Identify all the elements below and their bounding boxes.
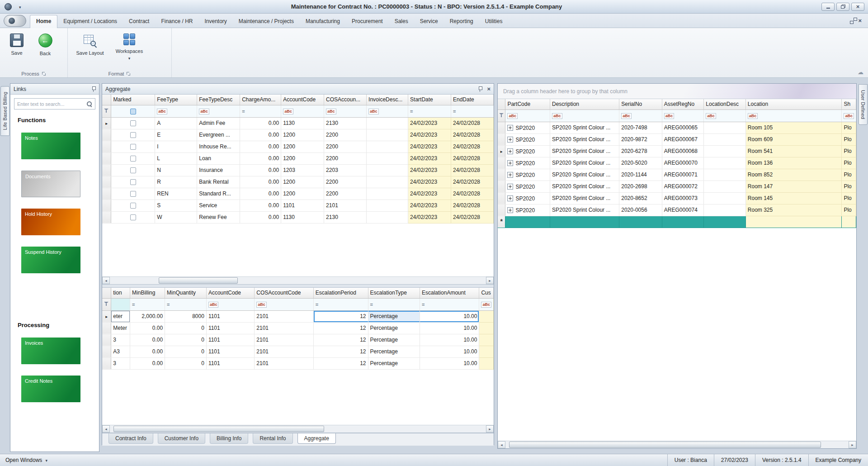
cell-cosaccountcode[interactable]: 2200 — [324, 188, 367, 200]
cell-description[interactable]: SP2020 Sprint Colour ... — [550, 169, 619, 181]
cell-feetype[interactable]: L — [155, 152, 197, 164]
cell-description[interactable]: SP2020 Sprint Colour ... — [550, 122, 619, 133]
cell-assetregno[interactable]: AREG000067 — [662, 133, 704, 145]
cell-location[interactable] — [745, 216, 842, 228]
scrollbar-track[interactable] — [505, 441, 849, 448]
cell-escalationtype[interactable]: Percentage — [368, 310, 420, 322]
cell-partcode[interactable]: SP2020 — [505, 122, 550, 133]
cell-shift[interactable]: Plo — [842, 133, 856, 145]
cell-minquantity[interactable]: 0 — [165, 357, 207, 369]
cell-serialno[interactable]: 2020-7498 — [619, 122, 662, 133]
cell-chargeamount[interactable]: 0.00 — [240, 117, 281, 129]
cell-enddate[interactable]: 24/02/2028 — [451, 188, 493, 200]
cell-location[interactable]: Room 541 — [745, 145, 842, 157]
cell-assetregno[interactable]: AREG000072 — [662, 181, 704, 192]
cell-marked[interactable] — [111, 141, 155, 152]
filter-minbilling[interactable]: = — [130, 298, 165, 310]
tab-life-based-billing[interactable]: Life Based Billing — [0, 86, 9, 136]
cell-invoicedesc[interactable] — [367, 200, 408, 211]
equipment-row[interactable]: SP2020 SP2020 Sprint Colour ... 2020-005… — [498, 204, 856, 216]
open-windows-button[interactable]: Open Windows — [0, 454, 53, 466]
filter-customer[interactable]: aBc — [479, 298, 494, 310]
cell-feetype[interactable]: E — [155, 129, 197, 141]
cell-accountcode[interactable]: 1101 — [281, 200, 324, 211]
maximize-button[interactable] — [836, 3, 849, 11]
cell-startdate[interactable]: 24/02/2023 — [408, 200, 451, 211]
cell-cosaccountcode[interactable]: 2101 — [255, 334, 314, 346]
cell-escalationperiod[interactable]: 12 — [313, 357, 368, 369]
cell-locationdesc[interactable] — [704, 169, 745, 181]
cell-feetype[interactable]: REN — [155, 188, 197, 200]
row-checkbox[interactable] — [130, 132, 136, 138]
ribbon-tab[interactable]: Reporting — [444, 15, 479, 28]
ribbon-tab[interactable]: Contract — [123, 15, 155, 28]
cell-shift[interactable]: Plo — [842, 122, 856, 133]
cell-partcode[interactable]: SP2020 — [505, 133, 550, 145]
fee-row[interactable]: R Bank Rental 0.00 1200 2200 24/02/2023 … — [102, 176, 494, 188]
cell-serialno[interactable] — [619, 216, 662, 228]
col-accountcode[interactable]: AccountCode — [206, 288, 254, 298]
cell-cosaccountcode[interactable]: 2130 — [324, 117, 367, 129]
cell-enddate[interactable]: 24/02/2028 — [451, 117, 493, 129]
cell-escalationamount[interactable]: 10.00 — [420, 334, 479, 346]
link-button[interactable]: Credit Notes — [21, 376, 80, 402]
cell-minquantity[interactable]: 0 — [165, 322, 207, 334]
cell-accountcode[interactable]: 1200 — [281, 152, 324, 164]
cell-shift[interactable]: Plo — [842, 192, 856, 204]
filter-accountcode[interactable]: aBc — [281, 105, 324, 117]
cell-minquantity[interactable]: 0 — [165, 346, 207, 357]
filter-invoicedesc[interactable]: aBc — [367, 105, 408, 117]
cell-minbilling[interactable]: 0.00 — [130, 334, 165, 346]
cell-invoicedesc[interactable] — [367, 164, 408, 176]
col-location[interactable]: Location — [745, 99, 842, 109]
cell-cosaccountcode[interactable]: 2101 — [255, 322, 314, 334]
ribbon-tab[interactable]: Service — [414, 15, 444, 28]
cell-cosaccountcode[interactable]: 2101 — [255, 357, 314, 369]
filter-accountcode[interactable]: aBc — [206, 298, 254, 310]
cell-feetypedesc[interactable]: Bank Rental — [197, 176, 240, 188]
cell-description[interactable]: A3 — [111, 346, 130, 357]
cell-customer[interactable] — [479, 322, 494, 334]
cell-location[interactable]: Room 609 — [745, 133, 842, 145]
cell-minquantity[interactable]: 0 — [165, 334, 207, 346]
cell-enddate[interactable]: 24/02/2028 — [451, 152, 493, 164]
cell-marked[interactable] — [111, 200, 155, 211]
cell-locationdesc[interactable] — [704, 192, 745, 204]
row-checkbox[interactable] — [130, 144, 136, 150]
cell-accountcode[interactable]: 1203 — [281, 164, 324, 176]
cell-chargeamount[interactable]: 0.00 — [240, 211, 281, 223]
cell-enddate[interactable]: 24/02/2028 — [451, 200, 493, 211]
cell-accountcode[interactable]: 1200 — [281, 129, 324, 141]
cell-serialno[interactable]: 2020-2698 — [619, 181, 662, 192]
cell-location[interactable]: Room 145 — [745, 192, 842, 204]
cell-location[interactable]: Room 105 — [745, 122, 842, 133]
cell-invoicedesc[interactable] — [367, 117, 408, 129]
row-checkbox[interactable] — [130, 214, 136, 220]
cell-feetypedesc[interactable]: Service — [197, 200, 240, 211]
cell-marked[interactable] — [111, 164, 155, 176]
cell-locationdesc[interactable] — [704, 216, 745, 228]
expand-icon[interactable] — [507, 207, 513, 213]
cell-assetregno[interactable]: AREG000065 — [662, 122, 704, 133]
pin-icon[interactable] — [478, 86, 482, 92]
col-description[interactable]: tion — [111, 288, 130, 298]
cell-accountcode[interactable]: 1130 — [281, 211, 324, 223]
close-button[interactable] — [851, 3, 864, 11]
cell-invoicedesc[interactable] — [367, 188, 408, 200]
workspaces-dropdown-icon[interactable] — [128, 55, 131, 61]
cell-assetregno[interactable]: AREG000070 — [662, 157, 704, 169]
cell-accountcode[interactable]: 1101 — [206, 357, 254, 369]
equipment-row[interactable]: SP2020 SP2020 Sprint Colour ... 2020-749… — [498, 122, 856, 133]
cell-chargeamount[interactable]: 0.00 — [240, 188, 281, 200]
fee-row[interactable]: I Inhouse Re... 0.00 1200 2200 24/02/202… — [102, 141, 494, 152]
cell-serialno[interactable]: 2020-0056 — [619, 204, 662, 216]
cell-locationdesc[interactable] — [704, 122, 745, 133]
cell-feetypedesc[interactable]: Insurance — [197, 164, 240, 176]
workspaces-button[interactable]: Workspaces — [109, 33, 149, 61]
filter-cosaccountcode[interactable]: aBc — [324, 105, 367, 117]
cell-customer[interactable] — [479, 310, 494, 322]
cell-feetype[interactable]: N — [155, 164, 197, 176]
cell-escalationamount[interactable]: 10.00 — [420, 357, 479, 369]
filter-description[interactable]: aBc — [550, 109, 619, 122]
ribbon-tab[interactable]: Utilities — [479, 15, 509, 28]
